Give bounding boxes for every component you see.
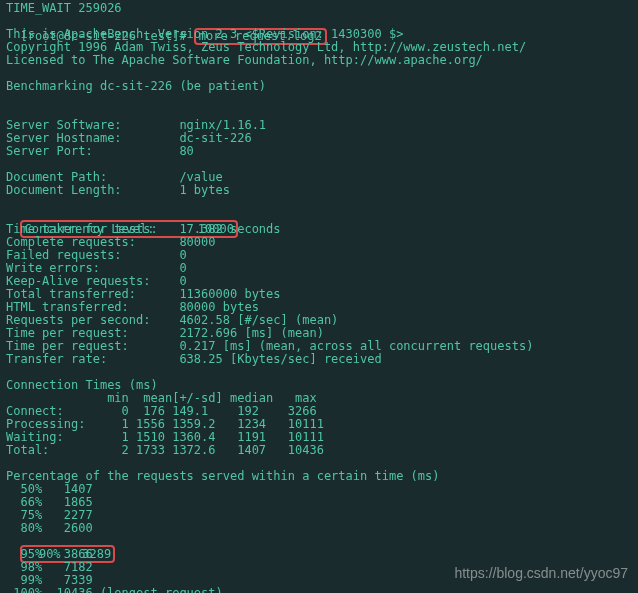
percentage-title: Percentage of the requests served within… xyxy=(6,470,632,483)
benchmarking-line: Benchmarking dc-sit-226 (be patient) xyxy=(6,80,632,93)
ab-header-3: Licensed to The Apache Software Foundati… xyxy=(6,54,632,67)
partial-line-top: TIME_WAIT 259026 xyxy=(6,2,632,15)
blank-line xyxy=(6,197,632,210)
watermark: https://blog.csdn.net/yyoc97 xyxy=(454,566,628,581)
pct-80: 80% 2600 xyxy=(6,522,632,535)
pct-100: 100% 10436 (longest request) xyxy=(6,587,632,593)
pct-90-row: 90% 3289 xyxy=(6,535,632,548)
document-length: Document Length: 1 bytes xyxy=(6,184,632,197)
transfer-rate: Transfer rate: 638.25 [Kbytes/sec] recei… xyxy=(6,353,632,366)
pct-66: 66% 1865 xyxy=(6,496,632,509)
pct-95: 95% 3866 xyxy=(6,548,632,561)
server-port: Server Port: 80 xyxy=(6,145,632,158)
ct-total: Total: 2 1733 1372.6 1407 10436 xyxy=(6,444,632,457)
pct-50: 50% 1407 xyxy=(6,483,632,496)
pct-75: 75% 2277 xyxy=(6,509,632,522)
blank-line xyxy=(6,93,632,106)
